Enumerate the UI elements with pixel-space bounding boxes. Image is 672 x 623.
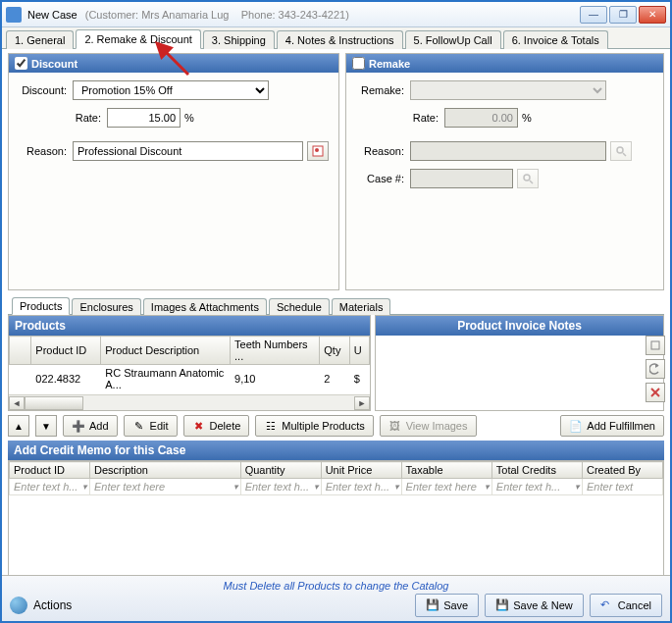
products-hscroll[interactable]: ◄► [9,394,370,410]
invoice-notes-header: Product Invoice Notes [376,316,663,336]
add-button[interactable]: ➕Add [63,415,118,437]
credit-input[interactable]: Enter text here▾ [90,479,240,494]
credit-input[interactable]: Enter text [583,479,662,494]
midtab-enclosures[interactable]: Enclosures [72,298,140,315]
save-new-button[interactable]: 💾Save & New [485,594,584,617]
credit-input[interactable]: Enter text h...▾ [10,479,89,494]
remake-reason-label: Reason: [356,145,410,157]
cancel-icon: ↶ [600,598,614,612]
tab-invoice[interactable]: 6. Invoice & Totals [503,30,608,49]
svg-line-4 [623,153,626,156]
ccol-description[interactable]: Description [89,462,240,479]
midtab-products[interactable]: Products [12,297,70,315]
minimize-button[interactable]: — [580,6,607,24]
ccol-product-id[interactable]: Product ID [10,462,90,479]
mid-tabbar: Products Enclosures Images & Attachments… [8,294,664,315]
remake-case-label: Case #: [356,173,410,184]
actions-icon[interactable] [10,597,27,614]
actions-label[interactable]: Actions [33,598,72,612]
discount-checkbox[interactable] [15,57,27,70]
remake-case-search-icon[interactable] [517,169,539,188]
remake-panel: Remake Remake: Rate: % Reason: Case #: [345,53,664,290]
col-product-id[interactable]: Product ID [31,337,101,365]
delete-button[interactable]: ✖Delete [183,415,250,437]
tab-followup[interactable]: 5. FollowUp Call [405,30,501,49]
credit-input[interactable]: Enter text h...▾ [241,479,321,494]
credit-input[interactable]: Enter text h...▾ [492,479,582,494]
col-qty[interactable]: Qty [320,337,349,365]
remake-percent: % [522,112,532,124]
product-toolbar: ▲ ▼ ➕Add ✎Edit ✖Delete ☷Multiple Product… [8,415,664,437]
remake-checkbox[interactable] [352,57,365,70]
midtab-schedule[interactable]: Schedule [269,298,330,315]
invoice-notes-panel: Product Invoice Notes [375,315,664,411]
remake-case-box[interactable] [410,169,513,188]
filter-icon[interactable]: ▾ [575,482,580,492]
credit-memo-header: Add Credit Memo for this Case [8,441,664,460]
svg-rect-7 [651,341,659,349]
multiple-products-button[interactable]: ☷Multiple Products [255,415,373,437]
filter-icon[interactable]: ▾ [485,482,490,492]
delete-icon: ✖ [192,419,206,433]
svg-point-3 [617,147,623,153]
col-teeth[interactable]: Teeth Numbers ... [231,337,320,365]
filter-icon[interactable]: ▾ [394,482,399,492]
tab-remake-discount[interactable]: 2. Remake & Discount [76,29,200,49]
col-u[interactable]: U [349,337,369,365]
filter-icon[interactable]: ▾ [314,482,319,492]
save-button[interactable]: 💾Save [415,594,479,617]
remake-reason-box[interactable] [410,141,606,161]
discount-label: Discount: [19,84,73,96]
notes-delete-icon[interactable] [646,383,665,402]
products-header: Products [9,316,370,336]
remake-rate-input[interactable] [444,108,518,128]
filter-icon[interactable]: ▾ [233,482,238,492]
footer: Must Delete all Products to change the C… [2,575,670,621]
notes-copy-icon[interactable] [646,336,665,355]
discount-rate-input[interactable] [107,108,181,128]
midtab-materials[interactable]: Materials [332,298,391,315]
close-button[interactable]: ✕ [639,6,666,24]
products-grid[interactable]: Product ID Product Description Teeth Num… [9,336,370,394]
app-icon [6,7,22,23]
table-row[interactable]: 022.4832RC Straumann Anatomic A...9,102$ [10,365,370,393]
discount-header: Discount [31,58,78,70]
discount-rate-label: Rate: [19,112,107,124]
ccol-created-by[interactable]: Created By [583,462,663,479]
credit-input[interactable]: Enter text h...▾ [322,479,401,494]
ccol-unit-price[interactable]: Unit Price [321,462,401,479]
credit-input[interactable]: Enter text here▾ [402,479,491,494]
window-customer: (Customer: Mrs Anamaria Lug Phone: 343-2… [85,9,349,21]
ccol-total-credits[interactable]: Total Credits [491,462,582,479]
notes-undo-icon[interactable] [646,359,665,379]
tab-general[interactable]: 1. General [6,30,74,49]
main-tabbar: 1. General 2. Remake & Discount 3. Shipp… [2,27,670,49]
filter-icon[interactable]: ▾ [82,482,87,492]
discount-reason-search-icon[interactable] [307,141,329,161]
remake-select[interactable] [410,80,606,100]
discount-select[interactable]: Promotion 15% Off [73,80,269,100]
remake-reason-search-icon[interactable] [610,141,632,161]
credit-grid[interactable]: Product ID Description Quantity Unit Pri… [9,461,663,495]
remake-header: Remake [369,58,410,70]
images-icon: 🖼 [388,419,402,433]
discount-reason-box[interactable]: Professional Discount [73,141,303,161]
ccol-quantity[interactable]: Quantity [240,462,321,479]
save-icon: 💾 [426,598,439,612]
ccol-taxable[interactable]: Taxable [401,462,491,479]
add-icon: ➕ [72,419,85,433]
add-fulfillment-button[interactable]: 📄Add Fulfillmen [560,415,664,437]
cancel-button[interactable]: ↶Cancel [590,594,662,617]
edit-button[interactable]: ✎Edit [124,415,178,437]
view-images-button[interactable]: 🖼View Images [380,415,477,437]
nav-up-button[interactable]: ▲ [8,415,29,437]
nav-down-button[interactable]: ▼ [35,415,57,437]
svg-point-2 [315,148,319,152]
tab-notes[interactable]: 4. Notes & Instructions [277,30,403,49]
col-product-desc[interactable]: Product Description [101,337,231,365]
tab-shipping[interactable]: 3. Shipping [203,30,275,49]
window-title: New Case [27,9,78,21]
midtab-images[interactable]: Images & Attachments [143,298,267,315]
svg-line-6 [530,181,533,183]
maximize-button[interactable]: ❐ [609,6,637,24]
